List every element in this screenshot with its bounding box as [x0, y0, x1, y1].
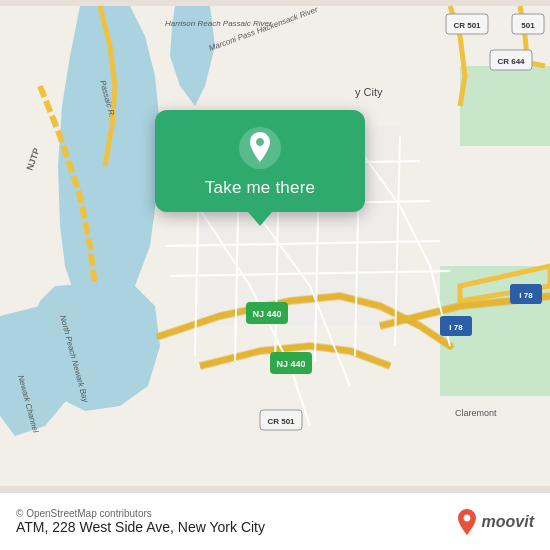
app: NJ 440 NJ 440 I 78 I 78 NJTP CR 501 501 … [0, 0, 550, 550]
address-label: ATM, 228 West Side Ave, New York City [16, 519, 265, 535]
osm-attribution: © OpenStreetMap contributors [16, 508, 265, 519]
svg-text:501: 501 [521, 21, 535, 30]
map-container[interactable]: NJ 440 NJ 440 I 78 I 78 NJTP CR 501 501 … [0, 0, 550, 492]
svg-text:y City: y City [355, 86, 383, 98]
moovit-logo: moovit [456, 509, 534, 535]
svg-text:CR 501: CR 501 [267, 417, 295, 426]
svg-text:NJ 440: NJ 440 [276, 359, 305, 369]
svg-text:CR 644: CR 644 [497, 57, 525, 66]
svg-text:NJ 440: NJ 440 [252, 309, 281, 319]
svg-rect-2 [460, 66, 550, 146]
svg-text:I 78: I 78 [519, 291, 533, 300]
take-me-there-button[interactable]: Take me there [205, 178, 315, 198]
svg-text:Claremont: Claremont [455, 408, 497, 418]
svg-text:CR 501: CR 501 [453, 21, 481, 30]
map-svg: NJ 440 NJ 440 I 78 I 78 NJTP CR 501 501 … [0, 0, 550, 492]
svg-text:I 78: I 78 [449, 323, 463, 332]
bottom-bar: © OpenStreetMap contributors ATM, 228 We… [0, 492, 550, 550]
moovit-brand-text: moovit [482, 513, 534, 531]
location-pin-icon [238, 126, 282, 170]
moovit-pin-icon [456, 509, 478, 535]
popup-card: Take me there [155, 110, 365, 212]
